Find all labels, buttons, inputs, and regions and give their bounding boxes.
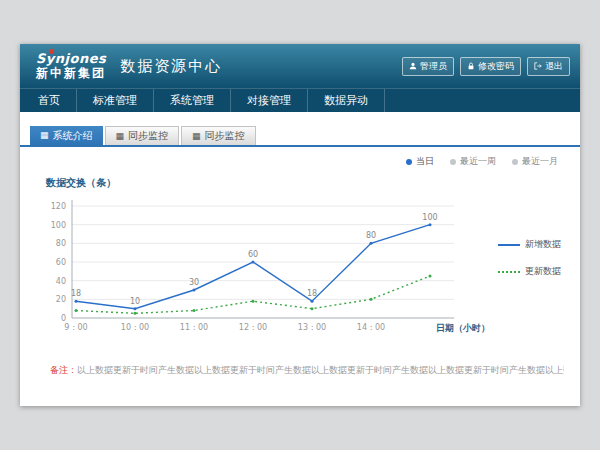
svg-text:日期（小时）: 日期（小时） bbox=[436, 323, 490, 333]
svg-text:40: 40 bbox=[56, 277, 66, 286]
logout-label: 退出 bbox=[545, 60, 563, 73]
svg-text:60: 60 bbox=[248, 250, 258, 259]
tab-label: 同步监控 bbox=[128, 129, 168, 143]
grid-icon: ▦ bbox=[116, 132, 125, 141]
logo-main-text: Synjones bbox=[36, 52, 106, 67]
svg-text:30: 30 bbox=[189, 278, 199, 287]
svg-text:20: 20 bbox=[56, 295, 66, 304]
tab-label: 系统介绍 bbox=[53, 129, 93, 143]
admin-user-label: 管理员 bbox=[420, 60, 447, 73]
grid-icon: ▦ bbox=[40, 131, 49, 140]
chart-panel: 当日 最近一周 最近一月 数据交换（条） 0204060801001209：00… bbox=[34, 155, 566, 340]
range-option-last-month[interactable]: 最近一月 bbox=[512, 155, 558, 168]
svg-text:60: 60 bbox=[56, 258, 66, 267]
tab-bar: ▦ 系统介绍 ▦ 同步监控 ▦ 同步监控 bbox=[30, 126, 580, 145]
logout-button[interactable]: 退出 bbox=[527, 57, 570, 76]
range-filter: 当日 最近一周 最近一月 bbox=[34, 155, 558, 168]
nav-item-integration-mgmt[interactable]: 对接管理 bbox=[231, 89, 308, 112]
grid-icon: ▦ bbox=[192, 132, 201, 141]
tab-underline bbox=[20, 145, 580, 147]
chart-legend: 新增数据 更新数据 bbox=[498, 238, 561, 278]
footnote: 备注：以上数据更新于时间产生数据以上数据更新于时间产生数据以上数据更新于时间产生… bbox=[50, 364, 564, 377]
app-window: Synjones 新中新集团 数据资源中心 管理员 修改密码 退出 首页 标准管… bbox=[20, 44, 580, 406]
nav-item-standard-mgmt[interactable]: 标准管理 bbox=[77, 89, 154, 112]
logout-icon bbox=[534, 62, 542, 70]
synjones-logo: Synjones 新中新集团 bbox=[36, 52, 106, 81]
svg-text:100: 100 bbox=[51, 221, 66, 230]
legend-label: 新增数据 bbox=[525, 238, 561, 251]
footnote-prefix: 备注： bbox=[50, 365, 77, 375]
svg-text:80: 80 bbox=[56, 239, 66, 248]
svg-text:18: 18 bbox=[307, 289, 317, 298]
svg-text:120: 120 bbox=[51, 202, 66, 211]
admin-user-button[interactable]: 管理员 bbox=[402, 57, 454, 76]
range-option-last-week[interactable]: 最近一周 bbox=[450, 155, 496, 168]
svg-text:12：00: 12：00 bbox=[239, 323, 267, 332]
change-password-label: 修改密码 bbox=[478, 60, 514, 73]
legend-item-new-data: 新增数据 bbox=[498, 238, 561, 251]
svg-text:10：00: 10：00 bbox=[121, 323, 149, 332]
range-option-label: 最近一月 bbox=[522, 155, 558, 168]
nav-item-home[interactable]: 首页 bbox=[22, 89, 77, 112]
tab-sync-monitor-1[interactable]: ▦ 同步监控 bbox=[105, 126, 180, 145]
lock-icon bbox=[467, 62, 475, 70]
legend-line-sample bbox=[498, 271, 520, 273]
page-background: { "window": { "logo_main": "Synjones", "… bbox=[0, 0, 600, 450]
legend-label: 更新数据 bbox=[525, 265, 561, 278]
range-option-label: 最近一周 bbox=[460, 155, 496, 168]
range-option-today[interactable]: 当日 bbox=[406, 155, 434, 168]
radio-dot-icon bbox=[450, 159, 456, 165]
svg-text:80: 80 bbox=[366, 231, 376, 240]
svg-text:13：00: 13：00 bbox=[298, 323, 326, 332]
legend-line-sample bbox=[498, 244, 520, 246]
chart-y-axis-title: 数据交换（条） bbox=[46, 176, 566, 190]
app-title: 数据资源中心 bbox=[120, 57, 222, 76]
tab-sync-monitor-2[interactable]: ▦ 同步监控 bbox=[181, 126, 256, 145]
user-icon bbox=[409, 62, 417, 70]
nav-item-system-mgmt[interactable]: 系统管理 bbox=[154, 89, 231, 112]
logo-subtitle: 新中新集团 bbox=[36, 67, 106, 81]
svg-text:11：00: 11：00 bbox=[180, 323, 208, 332]
line-chart: 0204060801001209：0010：0011：0012：0013：001… bbox=[34, 190, 494, 340]
radio-dot-icon bbox=[406, 159, 412, 165]
legend-item-updated-data: 更新数据 bbox=[498, 265, 561, 278]
app-header: Synjones 新中新集团 数据资源中心 管理员 修改密码 退出 bbox=[20, 44, 580, 88]
logo-flower-icon bbox=[49, 49, 54, 54]
range-option-label: 当日 bbox=[416, 155, 434, 168]
main-nav: 首页 标准管理 系统管理 对接管理 数据异动 bbox=[20, 88, 580, 112]
svg-text:18: 18 bbox=[71, 289, 81, 298]
svg-text:0: 0 bbox=[61, 314, 66, 323]
footnote-text: 以上数据更新于时间产生数据以上数据更新于时间产生数据以上数据更新于时间产生数据以… bbox=[77, 365, 564, 375]
svg-text:14：00: 14：00 bbox=[357, 323, 385, 332]
change-password-button[interactable]: 修改密码 bbox=[460, 57, 521, 76]
tab-system-intro[interactable]: ▦ 系统介绍 bbox=[30, 126, 103, 145]
radio-dot-icon bbox=[512, 159, 518, 165]
nav-item-data-change[interactable]: 数据异动 bbox=[308, 89, 385, 112]
main-content: ▦ 系统介绍 ▦ 同步监控 ▦ 同步监控 当日 最近一周 bbox=[20, 112, 580, 377]
tab-label: 同步监控 bbox=[205, 129, 245, 143]
chart-row: 0204060801001209：0010：0011：0012：0013：001… bbox=[34, 190, 566, 340]
svg-text:10: 10 bbox=[130, 297, 140, 306]
svg-text:9：00: 9：00 bbox=[64, 323, 87, 332]
svg-text:100: 100 bbox=[422, 213, 437, 222]
